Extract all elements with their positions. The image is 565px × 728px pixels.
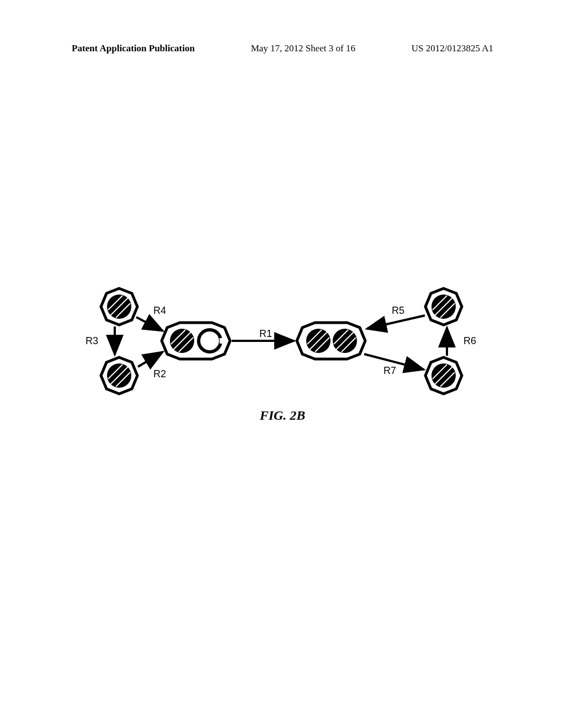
label-r5: R5 xyxy=(392,305,404,317)
svg-line-39 xyxy=(367,315,425,329)
svg-line-37 xyxy=(138,352,163,367)
label-r7: R7 xyxy=(383,365,396,377)
page-header: Patent Application Publication May 17, 2… xyxy=(0,43,565,54)
label-r6: R6 xyxy=(463,335,476,347)
publication-number: US 2012/0123825 A1 xyxy=(412,43,493,54)
label-r1: R1 xyxy=(259,328,272,340)
label-r3: R3 xyxy=(86,335,98,347)
publication-type: Patent Application Publication xyxy=(72,43,195,54)
label-r4: R4 xyxy=(153,305,166,317)
svg-line-36 xyxy=(136,317,163,331)
figure-2b-diagram: R1 R2 R3 R4 R5 R6 R7 xyxy=(83,287,480,397)
arrows-layer xyxy=(83,287,480,397)
figure-caption: FIG. 2B xyxy=(0,408,565,423)
date-sheet-info: May 17, 2012 Sheet 3 of 16 xyxy=(251,43,355,54)
label-r2: R2 xyxy=(153,368,166,380)
